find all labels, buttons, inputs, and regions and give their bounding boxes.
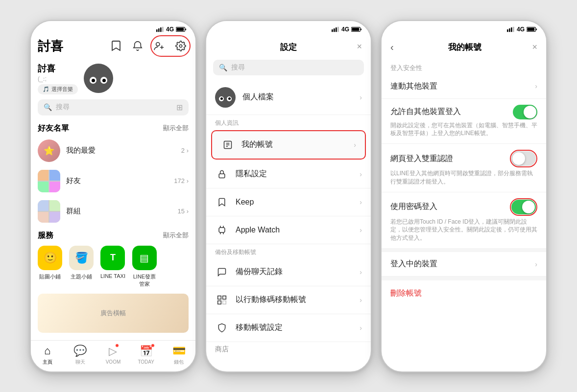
svg-rect-35 xyxy=(513,26,514,32)
friend-item-favorites[interactable]: ⭐ 我的最愛 2 › xyxy=(31,136,195,166)
svg-rect-34 xyxy=(511,27,512,32)
svg-point-10 xyxy=(179,45,182,47)
nav-today[interactable]: 📅 TODAY xyxy=(134,345,158,365)
s3-delete-account-btn[interactable]: 刪除帳號 xyxy=(382,280,546,306)
service-theme[interactable]: 🪣 主題小鋪 xyxy=(69,246,94,288)
svg-rect-11 xyxy=(332,29,333,32)
s3-close-btn[interactable]: × xyxy=(532,42,537,52)
taxi-icon: T xyxy=(100,246,125,270)
allow-other-toggle-circle xyxy=(524,106,536,118)
s2-profile-item[interactable]: 個人檔案 › xyxy=(206,80,371,115)
groups-avatar xyxy=(38,200,60,223)
services-title: 服務 xyxy=(38,231,53,241)
s2-close-btn[interactable]: × xyxy=(357,42,362,52)
s3-scroll-area[interactable]: 登入安全性 連動其他裝置 › 允許自其他裝置登入 開啟此設定後，您可在其他裝置（… xyxy=(382,58,546,371)
svg-rect-1 xyxy=(158,28,160,32)
nav-home[interactable]: ⌂ 主頁 xyxy=(35,345,60,366)
password-toggle-highlight xyxy=(510,198,537,216)
s2-transfer-settings-item[interactable]: 移動帳號設定 › xyxy=(206,314,371,342)
friends-section-header: 好友名單 顯示全部 xyxy=(31,119,195,136)
settings-btn[interactable] xyxy=(173,38,189,54)
sticker-icon: 🙂 xyxy=(38,246,62,270)
s2-scroll-area[interactable]: 個人檔案 › 個人資訊 我的帳號 › xyxy=(206,80,371,371)
friends-show-all[interactable]: 顯示全部 xyxy=(163,124,189,133)
add-friend-btn[interactable] xyxy=(151,38,167,54)
svg-rect-5 xyxy=(185,28,186,30)
service-receipt[interactable]: ▤ LINE發票管家 xyxy=(132,246,157,288)
backup-chat-chevron: › xyxy=(360,268,362,276)
friends-section-title: 好友名單 xyxy=(38,123,69,134)
password-login-toggle[interactable] xyxy=(511,200,536,214)
s1-profile-info: 討喜 (_ː; 🎵 選擇音樂 xyxy=(38,63,78,94)
bell-btn[interactable] xyxy=(130,38,145,54)
search-placeholder: 搜尋 xyxy=(56,103,70,112)
2fa-toggle-highlight xyxy=(510,150,537,167)
password-toggle-circle xyxy=(522,201,535,213)
favorites-label: 我的最愛 xyxy=(66,146,175,155)
s3-link-device-item[interactable]: 連動其他裝置 › xyxy=(382,74,546,99)
voom-icon: ▷ xyxy=(109,345,117,358)
status-icons-1: 4G xyxy=(156,26,187,33)
screen-2-content: 設定 × 🔍 搜尋 xyxy=(206,35,371,371)
backup-chat-label: 備份聊天記錄 xyxy=(236,267,353,277)
svg-line-27 xyxy=(223,232,224,234)
nav-chat[interactable]: 💬 聊天 xyxy=(68,345,93,366)
s2-backup-chat-item[interactable]: 備份聊天記錄 › xyxy=(206,258,371,286)
svg-rect-2 xyxy=(160,27,162,32)
bookmark-btn[interactable] xyxy=(108,38,124,54)
friend-item-groups[interactable]: 群組 15 › xyxy=(31,196,195,227)
s2-apple-watch-item[interactable]: Apple Watch › xyxy=(206,216,371,244)
music-label: 選擇音樂 xyxy=(51,86,73,93)
service-sticker[interactable]: 🙂 貼圖小鋪 xyxy=(38,246,62,288)
favorites-count: 2 › xyxy=(181,147,189,154)
s2-my-account-item[interactable]: 我的帳號 › xyxy=(211,130,366,160)
services-show-all[interactable]: 顯示全部 xyxy=(163,231,189,240)
s1-search-bar[interactable]: 🔍 搜尋 ⊞ xyxy=(38,99,189,115)
status-icons-2: 4G xyxy=(332,26,362,33)
music-btn[interactable]: 🎵 選擇音樂 xyxy=(38,84,78,94)
2fa-wrapper: 網頁登入雙重認證 以LINE登入其他網頁時可開啟雙重認證，部分服務需執行雙重認證… xyxy=(382,144,546,192)
voom-badge xyxy=(115,344,119,347)
logged-devices-chevron: › xyxy=(535,260,537,268)
s1-title-group: 討喜 xyxy=(38,38,63,55)
svg-rect-33 xyxy=(509,28,510,32)
s1-scroll-area[interactable]: 討喜 (_ː; 🎵 選擇音樂 xyxy=(31,58,195,340)
profile-subtitle: (_ː; xyxy=(38,75,78,82)
service-taxi[interactable]: T LINE TAXI xyxy=(100,246,125,288)
search-icon-1: 🔍 xyxy=(44,103,52,111)
s1-profile-row: 討喜 (_ː; 🎵 選擇音樂 xyxy=(31,58,195,99)
s2-keep-item[interactable]: Keep › xyxy=(206,188,371,216)
s2-privacy-item[interactable]: 隱私設定 › xyxy=(206,161,371,188)
search-icon-2: 🔍 xyxy=(219,64,227,71)
bottom-nav-1: ⌂ 主頁 💬 聊天 ▷ VOOM 📅 TODAY xyxy=(31,340,195,371)
nav-voom[interactable]: ▷ VOOM xyxy=(101,345,125,365)
s2-qr-transfer-item[interactable]: 以行動條碼移動帳號 › xyxy=(206,286,371,314)
s3-logged-devices-item[interactable]: 登入中的裝置 › xyxy=(382,252,546,277)
services-header: 服務 顯示全部 xyxy=(38,231,189,241)
music-icon: 🎵 xyxy=(43,86,49,92)
password-login-wrapper: 使用密碼登入 若您已啟用Touch ID / Face ID登入，建議可關閉此設… xyxy=(382,192,546,248)
qr-transfer-label: 以行動條碼移動帳號 xyxy=(236,295,353,305)
filter-icon[interactable]: ⊞ xyxy=(176,103,183,112)
profile-label: 個人檔案 xyxy=(242,92,353,102)
receipt-label: LINE發票管家 xyxy=(133,273,156,288)
s3-back-btn[interactable]: ‹ xyxy=(390,42,394,53)
s2-search-placeholder: 搜尋 xyxy=(231,63,245,72)
nav-wallet[interactable]: 💳 錢包 xyxy=(167,345,191,366)
friend-item-friends[interactable]: 好友 172 › xyxy=(31,166,195,196)
password-login-row: 使用密碼登入 若您已啟用Touch ID / Face ID登入，建議可關閉此設… xyxy=(382,192,546,248)
2fa-toggle[interactable] xyxy=(511,151,536,166)
transfer-settings-chevron: › xyxy=(360,324,362,332)
logged-devices-label: 登入中的裝置 xyxy=(390,259,529,269)
svg-rect-17 xyxy=(352,27,359,30)
s2-search-bar[interactable]: 🔍 搜尋 xyxy=(213,60,364,75)
s3-header: ‹ 我的帳號 × xyxy=(382,35,546,58)
transfer-settings-label: 移動帳號設定 xyxy=(236,323,353,333)
carrier-3: 4G xyxy=(517,26,525,33)
s3-login-security-label: 登入安全性 xyxy=(382,58,546,74)
svg-rect-16 xyxy=(361,28,361,30)
svg-rect-14 xyxy=(337,26,339,32)
svg-rect-30 xyxy=(218,300,221,304)
allow-other-toggle[interactable] xyxy=(513,105,537,119)
svg-rect-23 xyxy=(219,227,225,232)
